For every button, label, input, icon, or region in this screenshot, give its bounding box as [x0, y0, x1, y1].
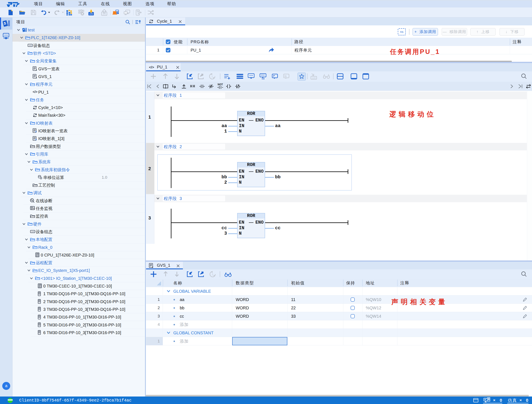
svg-text:/*: /*: [273, 75, 275, 78]
svg-text:1100: 1100: [31, 231, 34, 232]
svg-text:1: 1: [211, 75, 213, 78]
svg-text:NOT: NOT: [218, 83, 223, 86]
svg-text:</>: </>: [33, 90, 38, 94]
svg-text:/x: /x: [285, 75, 287, 78]
svg-text:(x): (x): [262, 77, 265, 79]
svg-text:1100: 1100: [102, 13, 106, 15]
svg-text:1100: 1100: [312, 77, 316, 79]
svg-text:</>: </>: [149, 65, 154, 69]
svg-text:1: 1: [212, 273, 213, 276]
svg-text:x: x: [36, 69, 37, 71]
svg-text:1100: 1100: [29, 45, 32, 46]
svg-text:x: x: [152, 265, 153, 268]
svg-text:x: x: [36, 76, 37, 79]
